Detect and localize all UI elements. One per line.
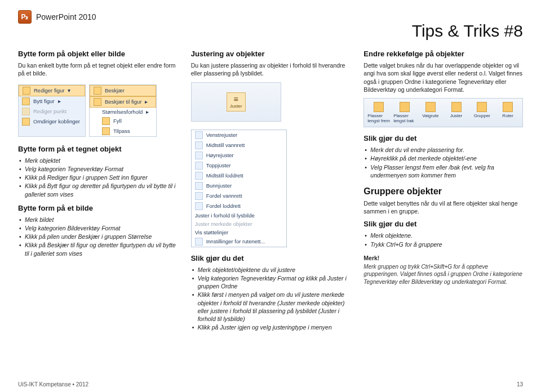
col1-heading-1: Bytte form på objekt eller bilde [18, 50, 178, 59]
list-item: Velg Plasser lengst frem eller /bak (evt… [365, 163, 523, 179]
col1-list-3: Merk bildet Velg kategorien Bildeverktøy… [18, 216, 178, 257]
menu-align-to-slide[interactable]: Juster i forhold til lysbilde [192, 211, 286, 220]
menu-distribute-v[interactable]: Fordel loddrett [192, 201, 286, 211]
grid-icon [195, 238, 203, 246]
col3-intro: Dette valget brukes når du har overlappe… [363, 61, 523, 93]
selection-pane-button[interactable]: Valgrute [418, 101, 443, 124]
align-left-icon [195, 131, 203, 139]
crop-icon [94, 87, 101, 95]
col3-list-2: Merk det du vil endre plassering for. Hø… [363, 146, 523, 179]
align-middle-v-icon [195, 172, 203, 180]
menu-distribute-h[interactable]: Fordel vannrett [192, 191, 286, 201]
list-item: Trykk Ctrl+G for å gruppere [365, 240, 523, 248]
fit-icon [102, 127, 110, 135]
fill-icon [102, 117, 110, 125]
distribute-v-icon [195, 202, 203, 210]
align-dropdown-menu: Venstrejuster Midtstill vannrett Høyreju… [191, 130, 287, 247]
menu-align-selected: Juster merkede objekter [192, 220, 286, 228]
bring-front-icon [374, 102, 384, 112]
list-item: Merk objektene. [365, 231, 523, 239]
page-title: Tips & Triks #8 [18, 21, 523, 41]
col2-intro: Du kan justere plassering av objekter i … [191, 61, 351, 77]
distribute-h-icon [195, 192, 203, 200]
align-icon [451, 102, 462, 112]
align-ribbon-button[interactable]: ≡ Juster [227, 92, 246, 112]
col1-heading-3: Bytte form på et bilde [18, 204, 178, 213]
col2-list-2: Merk objektet/objektene du vil justere V… [191, 266, 351, 331]
menu-grid-settings[interactable]: Innstillinger for rutenett... [192, 237, 286, 247]
footer-page-number: 13 [517, 381, 523, 387]
list-item: Klikk på Beskjær til figur og deretter f… [19, 241, 178, 257]
powerpoint-icon: P₃ [18, 10, 32, 24]
align-button[interactable]: Juster [444, 101, 469, 124]
note-heading: Merk! [363, 254, 523, 262]
col2-heading-2: Slik gjør du det [191, 254, 351, 263]
align-top-icon [195, 162, 203, 170]
swap-shape-icon [22, 97, 30, 105]
col3-heading-1: Endre rekkefølge på objekter [363, 50, 523, 59]
align-icon: ≡ [234, 95, 238, 104]
list-item: Klikk på Bytt figur og deretter på figur… [19, 182, 178, 198]
selection-pane-icon [425, 102, 436, 112]
crop-item[interactable]: Beskjær [90, 85, 156, 96]
edit-points-icon [22, 108, 30, 115]
menu-align-bottom[interactable]: Bunnjuster [192, 181, 286, 191]
menu-item-reroute[interactable]: Omdiriger koblinger [19, 117, 85, 127]
list-item: Velg kategorien Tegneverktøy Format [19, 165, 178, 173]
page-footer: UiS-IKT Kompetanse • 2012 13 [18, 381, 523, 387]
menu-align-middle-v[interactable]: Midtstill loddrett [192, 171, 286, 181]
content-columns: Bytte form på objekt eller bilde Du kan … [18, 50, 523, 337]
send-back-icon [400, 102, 410, 112]
arrange-ribbon-screenshot: Plasser lengst frem Plasser lengst bak V… [363, 98, 523, 127]
menu-align-right[interactable]: Høyrejuster [192, 150, 286, 161]
aspect-ratio-item[interactable]: Størrelsesforhold ▸ [90, 108, 156, 116]
edit-shape-menu-screenshot: Rediger figur ▾ Bytt figur ▸ Rediger pun… [18, 84, 86, 137]
note-body: Merk gruppen og trykk Ctrl+Skift+G for å… [363, 263, 523, 286]
edit-figure-icon [23, 87, 30, 95]
col3-heading-4: Slik gjør du det [363, 220, 523, 229]
group-icon [477, 102, 487, 112]
col3-list-4: Merk objektene. Trykk Ctrl+G for å grupp… [363, 231, 523, 248]
rotate-button[interactable]: Roter [495, 101, 520, 124]
list-item: Høyreklikk på det merkede objektet/-ene [365, 154, 523, 162]
menu-show-guides[interactable]: Vis støttelinjer [192, 228, 286, 237]
col1-intro: Du kan enkelt bytte form på et tegnet ob… [18, 61, 178, 77]
menu-align-left[interactable]: Venstrejuster [192, 130, 286, 140]
col2-heading-1: Justering av objekter [191, 50, 351, 59]
column-1: Bytte form på objekt eller bilde Du kan … [18, 50, 178, 337]
menu-item-swap-shape[interactable]: Bytt figur ▸ [19, 96, 85, 106]
list-item: Klikk på Rediger figur i gruppen Sett in… [19, 173, 178, 181]
list-item: Klikk først i menyen på valget om du vil… [192, 291, 351, 323]
fit-item[interactable]: Tilpass [90, 126, 156, 136]
col1-list-2: Merk objektet Velg kategorien Tegneverkt… [18, 157, 178, 198]
list-item: Merk objektet/objektene du vil justere [192, 266, 351, 274]
menu-align-top[interactable]: Toppjuster [192, 161, 286, 171]
group-button[interactable]: Grupper [469, 101, 494, 124]
edit-figure-button[interactable]: Rediger figur ▾ [19, 85, 85, 96]
menu-item-edit-points: Rediger punkt [19, 106, 85, 117]
list-item: Merk bildet [19, 216, 178, 224]
column-2: Justering av objekter Du kan justere pla… [191, 50, 351, 337]
reroute-icon [22, 118, 30, 126]
crop-to-shape-item[interactable]: Beskjær til figur ▸ [90, 96, 156, 108]
footer-left: UiS-IKT Kompetanse • 2012 [18, 381, 88, 387]
bring-front-button[interactable]: Plasser lengst frem [366, 101, 391, 124]
list-item: Velg kategorien Tegneverktøy Format og k… [192, 274, 351, 290]
align-center-h-icon [195, 141, 203, 149]
col3-heading-2: Slik gjør du det [363, 134, 523, 143]
fill-item[interactable]: Fyll [90, 116, 156, 126]
send-back-button[interactable]: Plasser lengst bak [392, 101, 417, 124]
list-item: Velg kategorien Bildeverktøy Format [19, 224, 178, 232]
align-bottom-icon [195, 182, 203, 190]
menu-align-center-h[interactable]: Midtstill vannrett [192, 140, 286, 150]
list-item: Merk objektet [19, 157, 178, 164]
col1-heading-2: Bytte form på et tegnet objekt [18, 145, 178, 154]
list-item: Klikk på Juster igjen og velg justeringt… [192, 323, 351, 331]
column-3: Endre rekkefølge på objekter Dette valge… [363, 50, 523, 337]
col3-group-intro: Dette valget benyttes når du vil at fler… [363, 199, 523, 215]
rotate-icon [503, 102, 513, 112]
col3-heading-3: Gruppere objekter [363, 186, 523, 197]
list-item: Klikk på pilen under Beskjær i gruppen S… [19, 233, 178, 240]
align-right-icon [195, 152, 203, 159]
align-button-screenshot: ≡ Juster [191, 82, 281, 122]
